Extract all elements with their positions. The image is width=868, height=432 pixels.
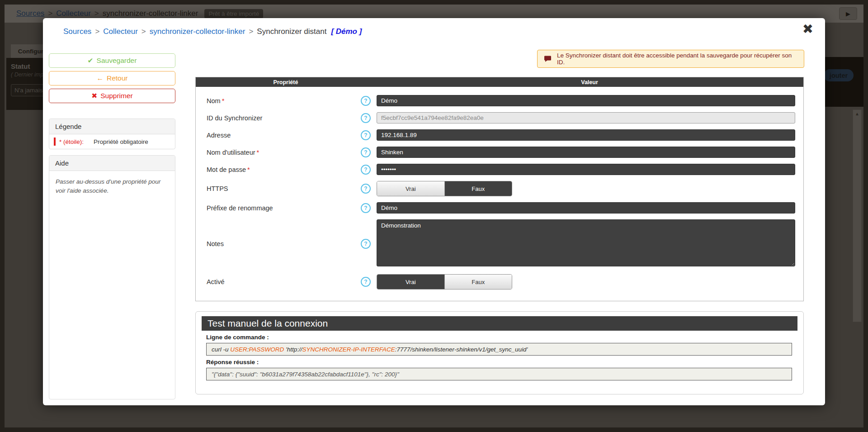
header-value: Valeur: [376, 79, 803, 85]
table-row-adresse: Adresse ?: [196, 129, 803, 141]
command-line-label: Ligne de commande :: [206, 334, 797, 341]
delete-button-label: Supprimer: [100, 92, 133, 100]
field-label-prefixe: Préfixe de renommage: [196, 204, 361, 212]
property-table-body: Nom* ? ID du Synchronizer ? Adresse: [196, 87, 803, 296]
question-glyph: ?: [364, 241, 367, 247]
notice-text: Le Synchronizer distant doit être access…: [557, 52, 797, 66]
question-glyph: ?: [364, 115, 367, 121]
username-input[interactable]: [377, 147, 795, 158]
legend-panel: Légende * (étoile): Propriété obligatoir…: [49, 119, 175, 149]
code-password-placeholder: PASSWORD: [249, 346, 284, 353]
response-text: "{"data": {"suuid": "b6031a279f74358ab22…: [212, 371, 399, 378]
prefix-input[interactable]: [377, 202, 795, 214]
modal-breadcrumb: Sources > Collecteur > synchronizer-coll…: [63, 27, 362, 36]
close-button[interactable]: ✖: [802, 23, 813, 36]
breadcrumb-link-sources[interactable]: Sources: [63, 27, 91, 36]
question-glyph: ?: [364, 166, 367, 173]
breadcrumb-separator: >: [142, 27, 146, 36]
cross-icon: ✖: [91, 92, 97, 100]
connection-test-section: Test manuel de la connexion Ligne de com…: [195, 311, 804, 394]
table-row-https: HTTPS ? Vrai Faux: [196, 181, 803, 196]
required-asterisk: *: [257, 149, 259, 156]
help-icon[interactable]: ?: [361, 130, 371, 140]
back-button-label: Retour: [107, 74, 128, 82]
code-host-placeholder: SYNCHRONIZER-IP-INTERFACE: [302, 346, 395, 353]
breadcrumb-separator: >: [95, 27, 99, 36]
https-option-vrai[interactable]: Vrai: [377, 181, 445, 196]
nom-input[interactable]: [377, 95, 795, 106]
field-label-id: ID du Synchronizer: [196, 114, 361, 122]
speech-bubble-icon: [544, 55, 552, 62]
save-button[interactable]: ✔ Sauvegarder: [49, 53, 175, 68]
legend-red-bar: [54, 138, 56, 146]
help-icon[interactable]: ?: [361, 147, 371, 157]
synchronizer-modal: Sources > Collecteur > synchronizer-coll…: [43, 18, 825, 405]
table-row-utilisateur: Nom d'utilisateur* ?: [196, 147, 803, 158]
help-panel: Aide Passer au-dessus d'une propriété po…: [49, 155, 175, 399]
legend-value: Propriété obligatoire: [94, 138, 148, 145]
legend-key: * (étoile):: [59, 138, 84, 145]
header-property: Propriété: [196, 79, 376, 85]
field-label-text: Mot de passe: [207, 166, 246, 173]
help-icon[interactable]: ?: [361, 113, 371, 123]
question-glyph: ?: [364, 132, 367, 138]
response-label: Réponse réussie :: [206, 359, 797, 366]
field-label-text: Préfixe de renommage: [207, 204, 273, 212]
help-icon[interactable]: ?: [361, 277, 371, 287]
table-row-prefixe: Préfixe de renommage ?: [196, 202, 803, 214]
field-label-text: Nom d'utilisateur: [207, 149, 255, 156]
connection-test-title: Test manuel de la connexion: [202, 316, 797, 331]
help-icon[interactable]: ?: [361, 239, 371, 249]
field-label-text: Activé: [207, 278, 225, 285]
breadcrumb-separator: >: [249, 27, 253, 36]
delete-button[interactable]: ✖ Supprimer: [49, 89, 175, 103]
screen: Sources > Collecteur > synchronizer-coll…: [0, 0, 868, 432]
field-label-text: Nom: [207, 97, 221, 104]
question-glyph: ?: [364, 185, 367, 192]
code-text: curl -u USER:PASSWORD 'http://SYNCHRONIZ…: [212, 346, 528, 353]
field-label-text: ID du Synchronizer: [207, 114, 262, 122]
active-toggle: Vrai Faux: [377, 274, 512, 290]
https-toggle: Vrai Faux: [377, 181, 512, 196]
table-row-active: Activé ? Vrai Faux: [196, 274, 803, 290]
help-icon[interactable]: ?: [361, 165, 371, 175]
breadcrumb-link-collecteur[interactable]: Collecteur: [103, 27, 138, 36]
legend-panel-title: Légende: [49, 119, 175, 134]
field-label-active: Activé: [196, 278, 361, 285]
help-icon[interactable]: ?: [361, 96, 371, 106]
question-glyph: ?: [364, 279, 367, 285]
table-row-id: ID du Synchronizer ?: [196, 112, 803, 123]
field-label-text: HTTPS: [207, 185, 228, 192]
synchronizer-id-input: [377, 112, 795, 123]
active-option-vrai[interactable]: Vrai: [377, 275, 445, 289]
field-label-motdepasse: Mot de passe*: [196, 166, 361, 173]
table-row-motdepasse: Mot de passe* ?: [196, 164, 803, 175]
adresse-input[interactable]: [377, 129, 795, 141]
breadcrumb-link-synchronizer-collector-linker[interactable]: synchronizer-collector-linker: [150, 27, 245, 36]
save-button-label: Sauvegarder: [97, 57, 137, 65]
help-panel-text: Passer au-dessus d'une propriété pour vo…: [49, 171, 175, 201]
notice-banner: Le Synchronizer distant doit être access…: [537, 50, 804, 68]
response-code: "{"data": {"suuid": "b6031a279f74358ab22…: [206, 368, 792, 380]
active-option-faux[interactable]: Faux: [445, 275, 512, 289]
https-option-faux[interactable]: Faux: [445, 181, 512, 196]
breadcrumb-item-tag: [ Démo ]: [331, 27, 362, 36]
field-label-nom: Nom*: [196, 97, 361, 104]
password-input[interactable]: [377, 164, 795, 175]
modal-left-column: ✔ Sauvegarder ← Retour ✖ Supprimer Légen…: [49, 53, 175, 399]
question-glyph: ?: [364, 205, 367, 211]
breadcrumb-current-page: Synchronizer distant: [257, 27, 326, 36]
help-icon[interactable]: ?: [361, 203, 371, 213]
table-row-nom: Nom* ?: [196, 95, 803, 106]
notes-textarea[interactable]: Démonstration: [377, 219, 795, 266]
field-label-text: Notes: [207, 240, 224, 247]
check-icon: ✔: [88, 57, 94, 65]
field-label-adresse: Adresse: [196, 132, 361, 139]
field-label-utilisateur: Nom d'utilisateur*: [196, 149, 361, 156]
field-label-notes: Notes: [196, 240, 361, 247]
required-asterisk: *: [247, 166, 250, 173]
help-icon[interactable]: ?: [361, 184, 371, 194]
back-button[interactable]: ← Retour: [49, 71, 175, 85]
question-glyph: ?: [364, 149, 367, 156]
required-asterisk: *: [222, 97, 225, 104]
